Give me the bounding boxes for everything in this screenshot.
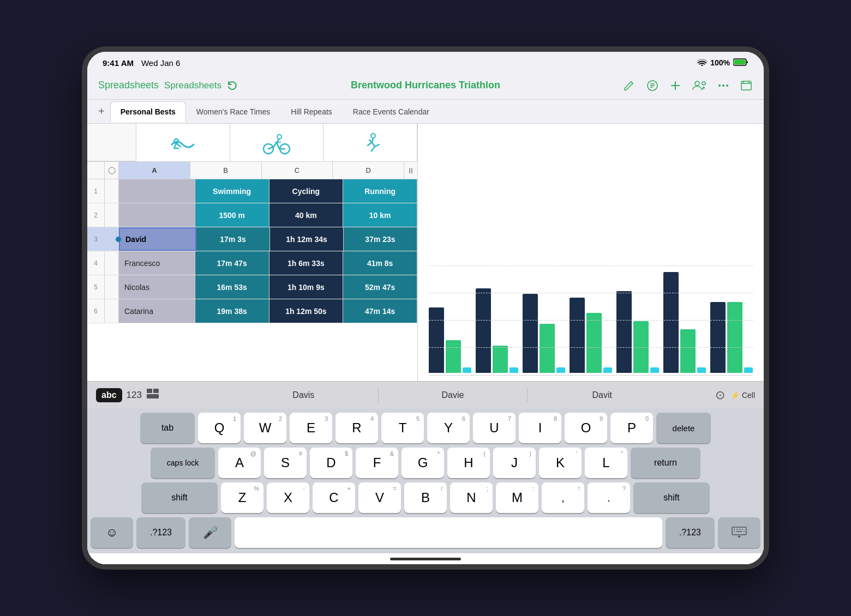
type-num-label[interactable]: 123 (127, 390, 142, 401)
t-key[interactable]: 5 T (381, 413, 424, 443)
add-button[interactable] (669, 79, 682, 92)
tab-hill-repeats[interactable]: Hill Repeats (280, 101, 342, 122)
row-select-2[interactable] (105, 203, 119, 227)
u-key[interactable]: 7 U (473, 413, 516, 443)
spreadsheets-back-button[interactable]: Spreadsheets (98, 80, 159, 91)
row-select-1[interactable] (105, 179, 119, 203)
m-key[interactable]: : M (496, 482, 538, 513)
cell-1c[interactable]: Cycling (269, 179, 344, 203)
col-header-c[interactable]: C (262, 162, 333, 179)
format-button[interactable] (646, 79, 659, 92)
p-key[interactable]: 0 P (610, 413, 653, 443)
cell-2a[interactable] (119, 203, 195, 227)
col-header-d[interactable]: D (333, 162, 404, 179)
y-key[interactable]: 6 Y (427, 413, 470, 443)
col-header-row: A B C D ⏸ (87, 162, 417, 179)
chart-group-6 (663, 272, 706, 373)
cell-3b[interactable]: 17m 3s (196, 227, 270, 251)
b-key[interactable]: / B (404, 482, 447, 513)
row-select-4[interactable] (105, 251, 119, 275)
collaborate-button[interactable] (692, 79, 707, 92)
n-key[interactable]: ; N (450, 482, 493, 513)
cell-1a[interactable] (119, 179, 195, 203)
question-key[interactable]: ? . (588, 482, 630, 513)
cell-4d[interactable]: 41m 8s (343, 251, 417, 275)
cell-5a[interactable]: Nicolas (119, 275, 195, 299)
l-key[interactable]: " L (585, 448, 627, 478)
grid-type-icon[interactable] (146, 388, 159, 402)
cell-6c[interactable]: 1h 12m 50s (269, 299, 344, 323)
row-select-5[interactable] (105, 275, 119, 299)
chart-inner (429, 129, 753, 376)
more-button[interactable] (717, 79, 730, 92)
space-key[interactable] (235, 517, 662, 548)
bar-cyan-1 (463, 367, 471, 373)
tab-personal-bests[interactable]: Personal Bests (110, 101, 186, 122)
cell-4b[interactable]: 17m 47s (195, 251, 269, 275)
cell-3d[interactable]: 37m 23s (344, 227, 417, 251)
cell-4c[interactable]: 1h 6m 33s (269, 251, 344, 275)
return-key[interactable]: return (631, 448, 700, 478)
exclaim-key[interactable]: ! , (542, 482, 584, 513)
cell-2b[interactable]: 1500 m (195, 203, 269, 227)
z-key[interactable]: % Z (221, 482, 263, 513)
keyboard-hide-key[interactable] (718, 517, 760, 548)
delete-key[interactable]: delete (656, 413, 711, 443)
row-select-3[interactable] (105, 227, 119, 251)
x-key[interactable]: - X (267, 482, 309, 513)
suggestion-1[interactable]: Davis (229, 388, 379, 402)
cell-5c[interactable]: 1h 10m 9s (269, 275, 344, 299)
cell-2c[interactable]: 40 km (269, 203, 344, 227)
cell-2d[interactable]: 10 km (343, 203, 417, 227)
j-key[interactable]: ) J (493, 448, 536, 478)
w-key[interactable]: 2 W (244, 413, 286, 443)
col-header-a[interactable]: A (119, 162, 190, 179)
punct-key-right[interactable]: .?123 (666, 517, 715, 548)
table-row: 3 David 17m 3s 1h 12m 34s 37m 23s (87, 227, 417, 251)
k-key[interactable]: ' K (539, 448, 582, 478)
cell-5d[interactable]: 52m 47s (343, 275, 417, 299)
svg-rect-25 (147, 389, 152, 393)
punct-key-left[interactable]: .?123 (136, 517, 185, 548)
capslock-key[interactable]: caps lock (151, 448, 215, 478)
tab-race-events[interactable]: Race Events Calendar (343, 101, 440, 122)
o-key[interactable]: 9 O (565, 413, 607, 443)
cell-5b[interactable]: 16m 53s (195, 275, 269, 299)
i-key[interactable]: 8 I (519, 413, 561, 443)
g-key[interactable]: * G (401, 448, 444, 478)
cell-1d[interactable]: Running (343, 179, 417, 203)
emoji-key[interactable]: ☺ (91, 517, 133, 548)
row-select-6[interactable] (105, 299, 119, 323)
tools-button[interactable] (740, 79, 753, 92)
shift-right-key[interactable]: shift (633, 482, 710, 513)
s-key[interactable]: # S (264, 448, 307, 478)
e-key[interactable]: 3 E (290, 413, 332, 443)
type-abc-badge[interactable]: abc (96, 388, 122, 402)
col-header-b[interactable]: B (190, 162, 262, 179)
cell-6d[interactable]: 47m 14s (343, 299, 417, 323)
annotate-button[interactable] (623, 79, 636, 92)
tab-key[interactable]: tab (140, 413, 195, 443)
suggestion-2[interactable]: Davie (379, 388, 528, 402)
suggestion-3[interactable]: Davit (528, 388, 676, 402)
r-key[interactable]: 4 R (335, 413, 378, 443)
cell-6a[interactable]: Catarina (119, 299, 195, 323)
cell-6b[interactable]: 19m 38s (195, 299, 269, 323)
cell-3c[interactable]: 1h 12m 34s (270, 227, 344, 251)
microphone-key[interactable]: 🎤 (189, 517, 231, 548)
cell-3a[interactable]: David (119, 227, 196, 251)
bar-dark-1 (429, 307, 444, 373)
cell-1b[interactable]: Swimming (195, 179, 269, 203)
cell-4a[interactable]: Francesco (119, 251, 195, 275)
c-key[interactable]: + C (313, 482, 355, 513)
tab-womens-race-times[interactable]: Women's Race Times (186, 101, 280, 122)
a-key[interactable]: @ A (218, 448, 261, 478)
d-key[interactable]: $ D (310, 448, 352, 478)
table-row: 6 Catarina 19m 38s 1h 12m 50s 47m 14s (87, 299, 417, 323)
v-key[interactable]: = V (358, 482, 401, 513)
add-sheet-button[interactable]: + (96, 103, 110, 120)
q-key[interactable]: 1 Q (198, 413, 241, 443)
h-key[interactable]: ( H (447, 448, 490, 478)
f-key[interactable]: & F (356, 448, 398, 478)
shift-left-key[interactable]: shift (141, 482, 218, 513)
